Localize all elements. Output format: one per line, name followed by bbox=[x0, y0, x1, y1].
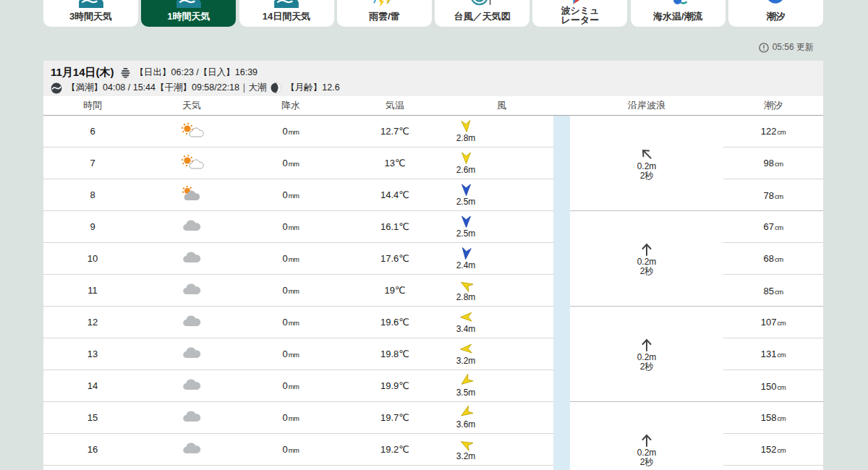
time-value: 9 bbox=[90, 221, 95, 232]
wind-indicator: 2.4m bbox=[453, 247, 479, 270]
precip-cell: 0mm bbox=[242, 211, 340, 242]
header-col-temp: 気温 bbox=[340, 96, 450, 115]
tab-typhoon-chart[interactable]: 台風／天気図 bbox=[435, 0, 529, 27]
tide-cell: 131cm bbox=[723, 338, 823, 370]
tide-unit: cm bbox=[778, 445, 786, 454]
weather-3h-icon bbox=[77, 0, 105, 8]
tide-unit: cm bbox=[775, 191, 783, 200]
weather-cell bbox=[142, 243, 242, 274]
weather-cell bbox=[142, 148, 242, 179]
time-cell: 10 bbox=[43, 243, 142, 274]
wind-cell: 2.4m bbox=[450, 243, 553, 274]
tide-value: 152 bbox=[761, 444, 777, 455]
wave-direction-arrow-icon bbox=[639, 337, 655, 353]
header-col-tide: 潮汐 bbox=[723, 96, 823, 115]
moon-phase-icon bbox=[271, 82, 281, 93]
precip-unit: mm bbox=[289, 158, 299, 168]
tab-wave-simulator[interactable]: 波シミュ レーター bbox=[532, 0, 627, 27]
wind-speed-value: 2.8m bbox=[456, 292, 476, 302]
tide-value: 122 bbox=[761, 126, 777, 137]
weather-cell bbox=[142, 275, 242, 306]
table-row: 130mm19.8℃3.2m bbox=[43, 338, 553, 370]
precip-cell: 0mm bbox=[242, 434, 340, 465]
precip-value: 0 bbox=[282, 444, 287, 455]
wave-period-value: 2秒 bbox=[640, 171, 654, 181]
wind-direction-arrow-icon bbox=[461, 152, 472, 164]
wind-indicator: 2.6m bbox=[453, 152, 479, 175]
tide-value: 107 bbox=[761, 317, 777, 328]
wave-period-value: 2秒 bbox=[640, 362, 654, 372]
temp-value: 19.7℃ bbox=[380, 412, 409, 423]
weather-menu-tabs: 3時間天気1時間天気14日間天気雨雲/雷台風／天気図波シミュ レーター海水温/潮… bbox=[43, 0, 823, 27]
tide-cell: 67cm bbox=[723, 211, 823, 243]
precip-unit: mm bbox=[289, 349, 299, 359]
precip-unit: mm bbox=[289, 317, 299, 327]
temp-value: 19.2℃ bbox=[380, 444, 409, 455]
weather-cell bbox=[142, 370, 242, 401]
tab-weather-3h[interactable]: 3時間天気 bbox=[43, 0, 138, 27]
tide-cell: 98cm bbox=[723, 148, 823, 179]
time-cell: 8 bbox=[43, 179, 142, 210]
tab-weather-14d[interactable]: 14日間天気 bbox=[239, 0, 334, 27]
moon-age-label: 【月齢】12.6 bbox=[286, 82, 339, 94]
precip-cell: 0mm bbox=[242, 275, 340, 306]
tide-column: 122cm98cm78cm bbox=[723, 116, 823, 211]
wind-speed-value: 2.5m bbox=[456, 197, 476, 207]
wind-direction-arrow-icon bbox=[461, 438, 472, 450]
weather-cell bbox=[142, 211, 242, 242]
wind-speed-value: 3.2m bbox=[456, 356, 476, 366]
table-header-row: 時間天気降水気温風沿岸波浪潮汐 bbox=[43, 96, 823, 116]
time-value: 7 bbox=[90, 158, 95, 168]
temp-value: 19.6℃ bbox=[380, 317, 409, 328]
wind-speed-value: 2.6m bbox=[456, 165, 476, 175]
tide-value: 78 bbox=[763, 190, 773, 201]
wind-speed-value: 3.5m bbox=[456, 388, 476, 398]
table-row: 100mm17.6℃2.4m bbox=[43, 243, 553, 275]
forecast-table-body: 60mm12.7℃2.8m70mm13℃2.6m80mm14.4℃2.5m90m… bbox=[43, 116, 823, 470]
wind-speed-value: 2.8m bbox=[456, 133, 476, 143]
tide-cell: 107cm bbox=[723, 307, 823, 338]
precip-cell: 0mm bbox=[242, 179, 340, 210]
tab-sea-temp-current[interactable]: 海水温/潮流 bbox=[631, 0, 726, 27]
wave-group: 0.2m2秒158cm152cm bbox=[570, 402, 823, 470]
time-cell: 15 bbox=[43, 402, 142, 433]
cloud-icon bbox=[181, 409, 203, 426]
cloud-icon bbox=[181, 441, 203, 458]
wind-indicator: 3.2m bbox=[453, 343, 479, 366]
precip-cell: 0mm bbox=[242, 370, 340, 401]
tab-label: 雨雲/雷 bbox=[337, 12, 432, 21]
cloud-icon bbox=[181, 218, 203, 235]
tide-unit: cm bbox=[778, 349, 786, 359]
tab-label: 波シミュ レーター bbox=[532, 7, 627, 25]
precip-unit: mm bbox=[289, 286, 299, 295]
wind-speed-value: 3.2m bbox=[456, 451, 476, 461]
wind-indicator: 2.5m bbox=[453, 215, 479, 239]
tide-cell: 122cm bbox=[723, 116, 823, 148]
wave-group: 0.2m2秒107cm131cm150cm bbox=[570, 307, 823, 402]
temp-cell: 14.4℃ bbox=[340, 179, 450, 210]
time-value: 6 bbox=[90, 126, 95, 137]
temp-value: 19.8℃ bbox=[380, 349, 409, 359]
weather-cell bbox=[142, 402, 242, 433]
tab-rain-cloud-lightning[interactable]: 雨雲/雷 bbox=[337, 0, 432, 27]
temp-cell: 16.1℃ bbox=[340, 211, 450, 242]
tide-column: 158cm152cm bbox=[723, 402, 823, 470]
tab-tide[interactable]: 潮汐 bbox=[728, 0, 823, 27]
wind-cell: 3.2m bbox=[450, 434, 553, 465]
precip-unit: mm bbox=[289, 254, 299, 263]
wind-indicator: 2.8m bbox=[453, 120, 479, 143]
weather-cell bbox=[142, 434, 242, 465]
cloud-icon bbox=[181, 377, 203, 394]
tab-weather-1h[interactable]: 1時間天気 bbox=[141, 0, 236, 27]
wave-height-value: 0.2m bbox=[637, 257, 657, 268]
cloud-icon bbox=[181, 282, 203, 299]
precip-cell: 0mm bbox=[242, 402, 340, 433]
wind-indicator: 2.5m bbox=[453, 184, 479, 207]
wind-cell: 3.4m bbox=[450, 307, 553, 338]
time-cell: 6 bbox=[43, 116, 142, 147]
precip-value: 0 bbox=[282, 158, 287, 168]
sunrise-sunset-label: 【日出】06:23 /【日入】16:39 bbox=[135, 67, 258, 79]
weather-cell bbox=[142, 338, 242, 369]
precip-cell: 0mm bbox=[242, 148, 340, 179]
tide-cell: 152cm bbox=[723, 434, 823, 466]
